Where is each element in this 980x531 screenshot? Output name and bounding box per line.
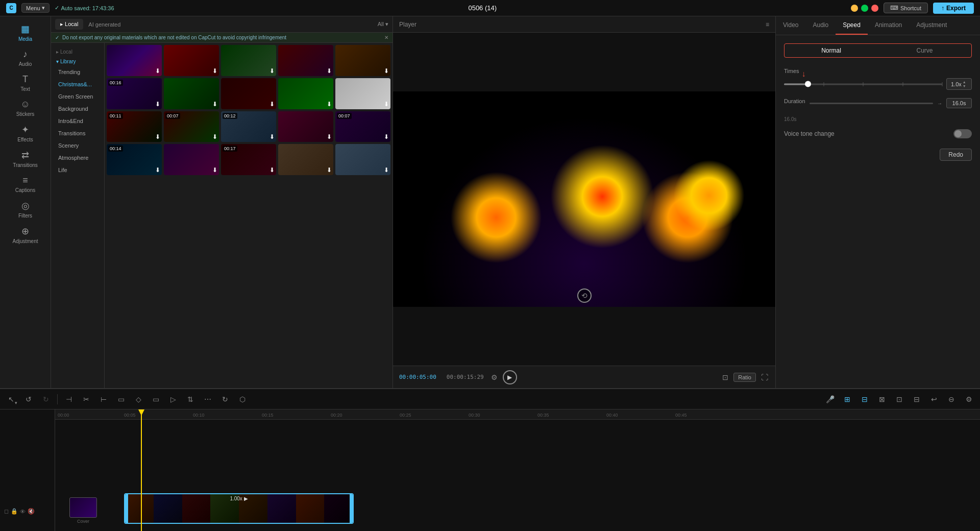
- loop-button[interactable]: ↩: [927, 392, 941, 406]
- download-icon[interactable]: ⬇: [384, 101, 389, 108]
- media-thumb[interactable]: 00:17 ⬇: [221, 144, 276, 175]
- timeline-playhead[interactable]: [141, 409, 142, 531]
- sidebar-item-scenery[interactable]: Scenery: [53, 140, 102, 151]
- close-button[interactable]: [871, 5, 878, 12]
- media-thumb[interactable]: 00:07 ⬇: [335, 111, 390, 142]
- video-track[interactable]: 1.00x ▶: [124, 493, 354, 524]
- media-thumb[interactable]: ⬇: [164, 45, 219, 76]
- scrub-icon[interactable]: ⟲: [577, 288, 592, 303]
- tab-audio[interactable]: Audio: [805, 16, 836, 35]
- media-thumb[interactable]: ⬇: [278, 144, 333, 175]
- download-icon[interactable]: ⬇: [155, 101, 160, 108]
- split-button[interactable]: ✂: [79, 392, 93, 406]
- tool-text[interactable]: T Text: [3, 71, 48, 95]
- volume-down-button[interactable]: ⊖: [944, 392, 959, 406]
- download-icon[interactable]: ⬇: [155, 67, 160, 75]
- track-lock-icon[interactable]: 🔒: [11, 508, 18, 515]
- tab-video[interactable]: Video: [776, 16, 805, 35]
- media-thumb[interactable]: ⬇: [335, 45, 390, 76]
- sidebar-item-green-screen[interactable]: Green Screen: [53, 91, 102, 102]
- download-icon[interactable]: ⬇: [270, 166, 275, 174]
- tool-captions[interactable]: ≡ Captions: [3, 172, 48, 196]
- tool-stickers[interactable]: ☺ Stickers: [3, 96, 48, 120]
- download-icon[interactable]: ⬇: [327, 133, 332, 140]
- split-end-button[interactable]: ⊢: [96, 392, 111, 406]
- media-thumb[interactable]: 00:11 ⬇: [107, 111, 162, 142]
- maximize-button[interactable]: [861, 5, 868, 12]
- download-icon[interactable]: ⬇: [270, 67, 275, 75]
- flip-button[interactable]: ⇅: [183, 392, 198, 406]
- track-mute-icon[interactable]: 🔇: [28, 508, 35, 515]
- crop-button[interactable]: ▭: [114, 392, 128, 406]
- track-eye-icon[interactable]: 👁: [20, 509, 26, 515]
- download-icon[interactable]: ⬇: [212, 67, 217, 75]
- download-icon[interactable]: ⬇: [384, 133, 389, 140]
- mic-button[interactable]: 🎤: [823, 392, 837, 406]
- media-thumb[interactable]: 00:16 ⬇: [107, 78, 162, 109]
- media-thumb[interactable]: 00:14 ⬇: [107, 144, 162, 175]
- download-icon[interactable]: ⬇: [384, 67, 389, 75]
- sidebar-item-trending[interactable]: Trending: [53, 66, 102, 78]
- fit-screen-button[interactable]: ⊡: [721, 372, 729, 382]
- media-thumb[interactable]: ⬇: [221, 45, 276, 76]
- ratio-button[interactable]: Ratio: [733, 373, 756, 382]
- player-menu-button[interactable]: ≡: [766, 21, 769, 28]
- split-track-button[interactable]: ⊟: [857, 392, 872, 406]
- media-thumb[interactable]: ⬇: [164, 78, 219, 109]
- expand-button[interactable]: ▭: [149, 392, 163, 406]
- timeline-settings-button[interactable]: ⚙: [962, 392, 976, 406]
- download-icon[interactable]: ⬇: [155, 133, 160, 140]
- tab-ai-generated[interactable]: AI generated: [83, 19, 126, 30]
- filter-button[interactable]: All ▾: [378, 21, 388, 28]
- track-right-handle[interactable]: [350, 494, 353, 523]
- download-icon[interactable]: ⬇: [270, 101, 275, 108]
- tool-adjustment[interactable]: ⊕ Adjustment: [3, 223, 48, 247]
- sidebar-item-background[interactable]: Background: [53, 103, 102, 114]
- track-left-handle[interactable]: [125, 494, 128, 523]
- media-thumb[interactable]: 00:07 ⬇: [164, 111, 219, 142]
- sidebar-item-christmas[interactable]: Christmas&...: [53, 79, 102, 90]
- minimize-button[interactable]: [851, 5, 858, 12]
- media-thumb[interactable]: 00:12 ⬇: [221, 111, 276, 142]
- redo-history-button[interactable]: ↻: [39, 392, 53, 406]
- shape-button[interactable]: ◇: [131, 392, 145, 406]
- media-thumb[interactable]: ⬇: [335, 78, 390, 109]
- tool-effects[interactable]: ✦ Effects: [3, 121, 48, 146]
- export-button[interactable]: ↑ Export: [933, 3, 974, 14]
- track-cover-icon[interactable]: ◻: [4, 508, 9, 515]
- split-audio-button[interactable]: ⊠: [875, 392, 889, 406]
- download-icon[interactable]: ⬇: [212, 101, 217, 108]
- sidebar-item-life[interactable]: Life: [53, 164, 102, 176]
- rotate-button[interactable]: ↻: [218, 392, 232, 406]
- media-thumb[interactable]: ⬇: [278, 111, 333, 142]
- media-thumb[interactable]: ⬇: [221, 78, 276, 109]
- download-icon[interactable]: ⬇: [270, 133, 275, 140]
- redo-button[interactable]: Redo: [940, 149, 972, 161]
- fullscreen-button[interactable]: ⛶: [760, 372, 769, 382]
- download-icon[interactable]: ⬇: [327, 166, 332, 174]
- media-thumb[interactable]: ⬇: [107, 45, 162, 76]
- sidebar-item-transitions[interactable]: Transitions: [53, 128, 102, 139]
- notice-close-button[interactable]: ✕: [384, 35, 388, 40]
- tool-media[interactable]: ▦ Media: [3, 20, 48, 45]
- media-thumb[interactable]: ⬇: [335, 144, 390, 175]
- tool-filters[interactable]: ◎ Filters: [3, 197, 48, 222]
- speed-curve-btn[interactable]: Curve: [878, 44, 971, 57]
- text-overlay-button[interactable]: ⊟: [910, 392, 924, 406]
- sidebar-item-atmosphere[interactable]: Atmosphere: [53, 152, 102, 163]
- time-settings-icon[interactable]: ⚙: [491, 373, 498, 381]
- speed-value-stepper[interactable]: ▲ ▼: [963, 80, 966, 88]
- download-icon[interactable]: ⬇: [155, 166, 160, 174]
- more-button[interactable]: ⋯: [201, 392, 215, 406]
- tab-local[interactable]: ▸ Local: [55, 19, 83, 30]
- media-thumb[interactable]: ⬇: [278, 45, 333, 76]
- shortcut-button[interactable]: ⌨ Shortcut: [884, 3, 928, 13]
- download-icon[interactable]: ⬇: [327, 101, 332, 108]
- download-icon[interactable]: ⬇: [384, 166, 389, 174]
- tab-speed[interactable]: Speed: [836, 16, 868, 35]
- mask-button[interactable]: ⬡: [235, 392, 250, 406]
- play-button[interactable]: ▶: [503, 370, 517, 384]
- voice-tone-toggle[interactable]: [953, 129, 972, 138]
- trim-button[interactable]: ⊡: [892, 392, 906, 406]
- tool-audio[interactable]: ♪ Audio: [3, 46, 48, 70]
